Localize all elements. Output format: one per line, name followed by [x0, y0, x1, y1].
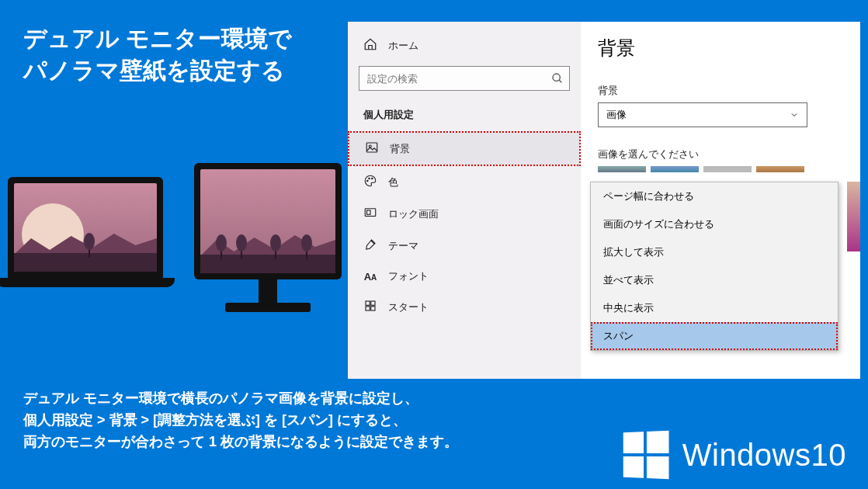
svg-rect-11	[371, 301, 375, 305]
settings-content: 背景 背景 画像 画像を選んでください ページ幅に合わせる画面のサイズに合わせる…	[581, 22, 860, 379]
wallpaper-thumb[interactable]	[651, 166, 699, 172]
svg-rect-13	[371, 307, 375, 310]
dropdown-value: 画像	[606, 108, 627, 122]
fit-option[interactable]: 並べて表示	[591, 266, 838, 294]
brush-icon	[363, 238, 377, 254]
sidebar-item-home[interactable]: ホーム	[348, 29, 581, 61]
sidebar-section-title: 個人用設定	[348, 102, 581, 131]
settings-sidebar: ホーム 個人用設定 背景色ロック画面テーマAAフォントスタート	[348, 22, 581, 379]
svg-rect-8	[367, 210, 371, 214]
title-line2: パノラマ壁紙を設定する	[23, 55, 292, 87]
svg-point-5	[369, 178, 370, 179]
wallpaper-thumb[interactable]	[598, 166, 646, 172]
sidebar-item-picture[interactable]: 背景	[348, 131, 581, 166]
desc-line3: 両方のモニターが合わさって 1 枚の背景になるように設定できます。	[23, 432, 458, 453]
desc-line2: 個人用設定 > 背景 > [調整方法を選ぶ] を [スパン] にすると、	[23, 410, 458, 432]
desc-line1: デュアル モニター環境で横長のパノラマ画像を背景に設定し、	[23, 388, 458, 410]
sidebar-item-font[interactable]: AAフォント	[348, 262, 581, 291]
nav-label: スタート	[388, 300, 429, 314]
picture-icon	[365, 140, 379, 157]
palette-icon	[363, 174, 377, 190]
fit-option[interactable]: スパン	[591, 322, 838, 350]
laptop-icon	[8, 177, 175, 287]
background-label: 背景	[598, 84, 843, 98]
windows-icon	[623, 431, 668, 479]
windows-product-name: Windows10	[682, 438, 846, 473]
search-input[interactable]	[359, 66, 570, 91]
fit-option[interactable]: 中央に表示	[591, 294, 838, 322]
svg-rect-12	[366, 307, 370, 310]
nav-label: テーマ	[388, 239, 418, 253]
svg-point-0	[553, 74, 560, 81]
fit-option[interactable]: ページ幅に合わせる	[591, 182, 838, 210]
svg-rect-10	[366, 301, 370, 305]
sidebar-item-lock[interactable]: ロック画面	[348, 198, 581, 230]
background-dropdown[interactable]: 画像	[598, 102, 807, 127]
svg-line-1	[559, 80, 561, 82]
svg-point-4	[367, 180, 369, 182]
page-title: 背景	[598, 36, 843, 61]
fit-option[interactable]: 拡大して表示	[591, 238, 838, 266]
home-label: ホーム	[388, 39, 418, 53]
settings-window: ホーム 個人用設定 背景色ロック画面テーマAAフォントスタート 背景 背景 画像…	[348, 22, 860, 379]
windows-logo: Windows10	[622, 432, 846, 478]
page-heading: デュアル モニター環境で パノラマ壁紙を設定する	[23, 23, 292, 86]
nav-label: 色	[388, 175, 398, 189]
preview-sliver	[846, 182, 860, 251]
sidebar-item-palette[interactable]: 色	[348, 166, 581, 198]
search-icon	[551, 72, 564, 85]
sidebar-item-brush[interactable]: テーマ	[348, 230, 581, 262]
monitor-icon	[194, 163, 342, 312]
svg-point-6	[372, 178, 373, 179]
lock-icon	[363, 206, 377, 222]
sidebar-item-start[interactable]: スタート	[348, 291, 581, 323]
nav-label: 背景	[390, 142, 410, 156]
nav-label: ロック画面	[388, 207, 439, 221]
wallpaper-thumb[interactable]	[703, 166, 752, 172]
thumbnail-row	[598, 166, 843, 172]
svg-rect-2	[366, 143, 377, 152]
dual-monitor-illustration	[8, 163, 342, 326]
fit-options-menu: ページ幅に合わせる画面のサイズに合わせる拡大して表示並べて表示中央に表示スパン	[590, 182, 838, 351]
fit-option[interactable]: 画面のサイズに合わせる	[591, 210, 838, 238]
start-icon	[363, 299, 377, 315]
nav-label: フォント	[388, 269, 429, 283]
wallpaper-thumb[interactable]	[756, 166, 804, 172]
home-icon	[363, 37, 377, 54]
font-icon: AA	[363, 271, 377, 283]
chevron-down-icon	[790, 110, 799, 120]
title-line1: デュアル モニター環境で	[23, 23, 292, 55]
description-text: デュアル モニター環境で横長のパノラマ画像を背景に設定し、 個人用設定 > 背景…	[23, 388, 458, 453]
choose-image-label: 画像を選んでください	[598, 147, 843, 161]
